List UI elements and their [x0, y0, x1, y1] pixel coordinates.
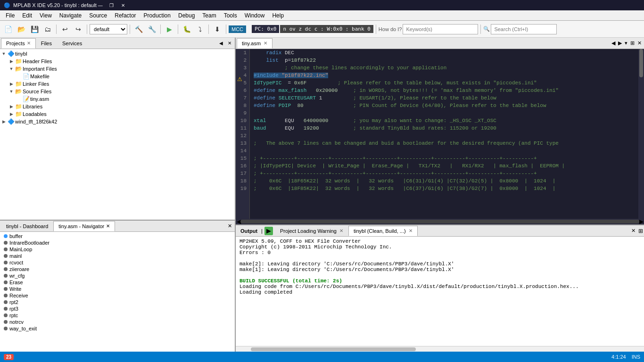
expander-tinybl[interactable]: ▼: [0, 51, 8, 56]
build-tab-close[interactable]: ✕: [409, 228, 413, 233]
editor-restore[interactable]: ⊞: [629, 40, 636, 46]
open-button[interactable]: 📂: [15, 23, 27, 35]
nav-item-notrcv[interactable]: notrcv: [0, 319, 235, 325]
save-button[interactable]: 💾: [28, 23, 41, 35]
config-dropdown[interactable]: default: [90, 24, 127, 34]
navigator-tab-close[interactable]: ✕: [106, 223, 110, 229]
output-hscroll-thumb[interactable]: [251, 347, 416, 351]
step-over-button[interactable]: ⤵: [194, 23, 206, 35]
nav-item-buffer[interactable]: buffer: [0, 233, 235, 239]
nav-item-receive[interactable]: Receive: [0, 292, 235, 299]
nav-item-rptc[interactable]: rptc: [0, 312, 235, 319]
nav-item-mainl[interactable]: mainl: [0, 253, 235, 259]
expander-important-files[interactable]: ▼: [8, 66, 15, 71]
nav-item-mainloop[interactable]: MainLoop: [0, 246, 235, 253]
tree-item-important-files[interactable]: ▼ 📂 Important Files: [0, 65, 235, 73]
editor-close[interactable]: ✕: [636, 40, 643, 46]
menu-item-help[interactable]: Help: [268, 11, 288, 20]
minimize-button[interactable]: —: [97, 1, 104, 9]
menu-item-file[interactable]: File: [2, 11, 18, 20]
tree-item-tinybl[interactable]: ▼ 🔷 tinybl: [0, 50, 235, 58]
build-project-button[interactable]: 🔨: [132, 23, 145, 35]
nav-item-rcvoct[interactable]: rcvoct: [0, 259, 235, 266]
search-input[interactable]: [491, 24, 557, 34]
tab-tinybl-build[interactable]: tinybl (Clean, Build, ...) ✕: [348, 226, 418, 236]
output-restore[interactable]: ⊞: [638, 228, 643, 234]
menu-item-refactor[interactable]: Refactor: [111, 11, 140, 20]
proj-panel-expand[interactable]: ◀: [217, 39, 225, 48]
maximize-button[interactable]: ❐: [108, 1, 116, 9]
new-button[interactable]: 📄: [2, 23, 14, 35]
tree-item-loadables[interactable]: ▶ 📁 Loadables: [0, 110, 235, 118]
close-button[interactable]: ✕: [119, 1, 127, 9]
menu-item-source[interactable]: Source: [85, 11, 111, 20]
nav-item-erase[interactable]: Erase: [0, 279, 235, 286]
redo-button[interactable]: ↪: [72, 23, 84, 35]
expander-loadables[interactable]: ▶: [8, 112, 15, 116]
tiny-asm-tab-close[interactable]: ✕: [264, 41, 267, 46]
nav-panel-close[interactable]: ✕: [226, 223, 234, 229]
mcc-button[interactable]: MCC: [229, 25, 246, 33]
nav-item-wr-cfg[interactable]: wr_cfg: [0, 272, 235, 279]
expander-wind[interactable]: ▶: [0, 119, 8, 124]
keyword-input[interactable]: [403, 24, 478, 34]
tree-item-wind[interactable]: ▶ 🔷 wind_tft_18f26k42: [0, 118, 235, 125]
output-hscroll[interactable]: [236, 346, 644, 352]
tab-files[interactable]: Files: [36, 38, 57, 49]
plw-tab-close[interactable]: ✕: [339, 228, 343, 233]
editor-hscroll-track[interactable]: [240, 220, 639, 223]
nav-item-intrareb[interactable]: IntrareBootloader: [0, 239, 235, 246]
undo-button[interactable]: ↩: [59, 23, 71, 35]
tab-dashboard[interactable]: tinybl - Dashboard: [1, 221, 53, 231]
projects-tab-close[interactable]: ✕: [27, 41, 31, 46]
nav-item-rpt3[interactable]: rpt3: [0, 305, 235, 312]
expander-source-files[interactable]: ▼: [8, 89, 15, 94]
editor-vertical-scrollbar[interactable]: [638, 49, 644, 219]
tab-project-loading-warning[interactable]: Project Loading Warning ✕: [275, 226, 348, 236]
tab-projects[interactable]: Projects ✕: [1, 38, 36, 49]
nav-item-rpt2[interactable]: rpt2: [0, 299, 235, 305]
menu-item-tools[interactable]: Tools: [220, 11, 241, 20]
tab-services[interactable]: Services: [57, 38, 87, 49]
expander-header-files[interactable]: ▶: [8, 59, 15, 64]
folder-open-icon: 📂: [15, 66, 23, 72]
tree-item-tiny-asm[interactable]: 📝 tiny.asm: [0, 95, 235, 103]
nav-item-write[interactable]: Write: [0, 286, 235, 292]
toolbar-sep-8: [376, 25, 376, 34]
editor-tab-menu[interactable]: ▾: [623, 40, 629, 46]
menu-item-team[interactable]: Team: [198, 11, 220, 20]
nav-content: buffer IntrareBootloader MainLoop mainl …: [0, 232, 235, 352]
nav-item-way-to-exit[interactable]: way_to_exit: [0, 325, 235, 332]
debug-button[interactable]: 🐛: [181, 23, 193, 35]
output-play-button[interactable]: ▶: [264, 227, 273, 235]
menu-item-debug[interactable]: Debug: [174, 11, 198, 20]
proj-panel-close[interactable]: ✕: [225, 39, 234, 48]
expander-linker-files[interactable]: ▶: [8, 82, 15, 86]
nav-item-ziieroare[interactable]: ziieroare: [0, 266, 235, 272]
tab-navigator[interactable]: tiny.asm - Navigator ✕: [53, 221, 115, 231]
editor-hscroll[interactable]: ◀ ▶: [236, 219, 644, 224]
menu-item-edit[interactable]: Edit: [18, 11, 36, 20]
tree-item-libraries[interactable]: ▶ 📁 Libraries: [0, 103, 235, 110]
editor-scrollbar-thumb[interactable]: [639, 49, 643, 77]
menu-item-window[interactable]: Window: [241, 11, 269, 20]
editor-tab-next[interactable]: ▶: [617, 40, 623, 46]
editor-tab-prev[interactable]: ◀: [610, 40, 617, 46]
menu-item-navigate[interactable]: Navigate: [56, 11, 85, 20]
code-content[interactable]: radix DEC list p=18f87k22 ; change these…: [250, 49, 638, 219]
tab-tiny-asm[interactable]: tiny.asm ✕: [237, 38, 272, 49]
output-panel-close[interactable]: ✕: [629, 228, 637, 234]
tree-item-source-files[interactable]: ▼ 📂 Source Files: [0, 88, 235, 95]
clean-build-button[interactable]: 🔧: [146, 23, 158, 35]
run-button[interactable]: ▶: [163, 23, 175, 35]
menu-item-view[interactable]: View: [36, 11, 56, 20]
save-all-button[interactable]: 🗂: [41, 23, 54, 35]
tree-item-makefile[interactable]: 📄 Makefile: [0, 73, 235, 80]
tree-item-linker-files[interactable]: ▶ 📁 Linker Files: [0, 80, 235, 88]
notification-count[interactable]: 23: [4, 354, 14, 360]
tree-item-header-files[interactable]: ▶ 📁 Header Files: [0, 58, 235, 65]
program-button[interactable]: ⬇: [211, 23, 223, 35]
menu-item-production[interactable]: Production: [140, 11, 174, 20]
project-tabs: Projects ✕ Files Services ◀ ✕: [0, 38, 235, 49]
expander-libraries[interactable]: ▶: [8, 104, 15, 109]
